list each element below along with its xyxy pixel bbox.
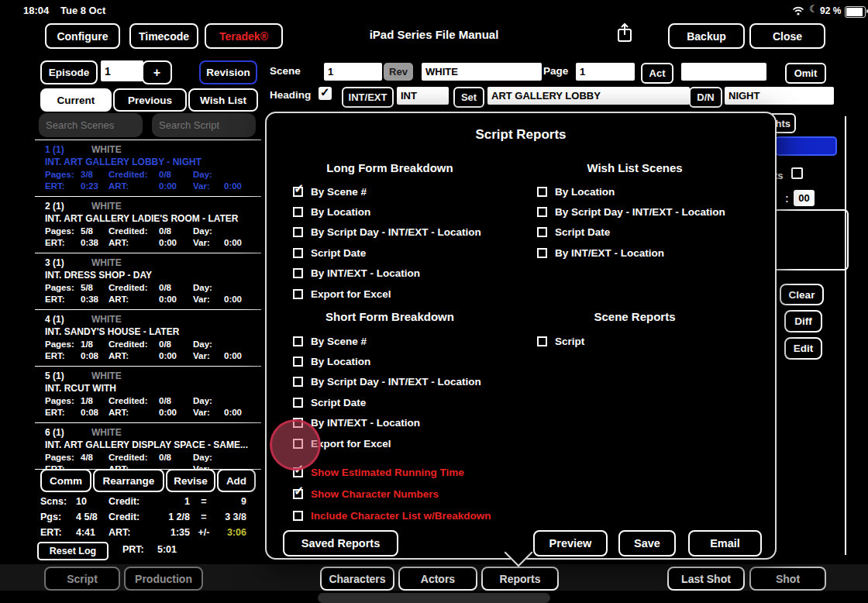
production-tab-button[interactable]: Production: [124, 567, 203, 591]
ert-value: 0:38: [81, 238, 108, 247]
add-scene-button[interactable]: Add: [217, 469, 256, 492]
saved-reports-button[interactable]: Saved Reports: [283, 530, 398, 556]
checkbox[interactable]: [293, 357, 303, 367]
report-option-row[interactable]: Script: [537, 331, 584, 351]
timecode-button[interactable]: Timecode: [129, 23, 198, 49]
day-night-field[interactable]: NIGHT: [725, 87, 834, 105]
report-option-row[interactable]: By Scene #: [293, 181, 481, 202]
report-option-row[interactable]: Export for Excel: [293, 433, 481, 453]
report-option-row[interactable]: By Script Day - INT/EXT - Location: [293, 222, 481, 243]
set-field[interactable]: ART GALLERY LOBBY: [487, 87, 690, 105]
search-scenes-input[interactable]: [39, 113, 143, 137]
revision-button[interactable]: Revision: [199, 60, 257, 84]
comm-button[interactable]: Comm: [40, 469, 91, 492]
configure-button[interactable]: Configure: [45, 23, 120, 49]
checkbox[interactable]: [293, 377, 303, 387]
save-button[interactable]: Save: [618, 530, 676, 556]
report-option-row[interactable]: By Script Day - INT/EXT - Location: [537, 202, 725, 222]
report-option-row[interactable]: Script Date: [537, 222, 725, 243]
report-option-row[interactable]: By INT/EXT - Location: [293, 264, 481, 284]
checkbox[interactable]: [537, 336, 547, 346]
tab-wish-list[interactable]: Wish List: [188, 88, 258, 112]
share-icon[interactable]: [615, 21, 635, 44]
ert-label: ERT:: [45, 408, 81, 417]
edit-button[interactable]: Edit: [784, 337, 822, 360]
right-checkbox[interactable]: [791, 167, 803, 179]
report-setting-row[interactable]: Include Character List w/Breakdown: [293, 505, 491, 526]
checkbox[interactable]: [537, 187, 547, 197]
checkbox[interactable]: [293, 398, 303, 408]
rev-button[interactable]: Rev: [384, 63, 413, 81]
page-number-field[interactable]: 1: [576, 63, 635, 81]
checkbox[interactable]: [293, 511, 303, 521]
scene-list-item[interactable]: 6 (1)WHITE INT. ART GALLERY DISPLAY SPAC…: [35, 423, 261, 470]
search-script-input[interactable]: [152, 113, 256, 137]
int-ext-field[interactable]: INT: [397, 87, 449, 105]
add-episode-button[interactable]: +: [142, 60, 172, 84]
act-field[interactable]: [681, 63, 766, 81]
report-setting-row[interactable]: Show Character Numbers: [293, 483, 491, 505]
checkbox[interactable]: [537, 207, 547, 217]
clear-button[interactable]: Clear: [780, 284, 824, 305]
scene-list-item[interactable]: 2 (1)WHITE INT. ART GALLERY LADIE'S ROOM…: [35, 197, 261, 253]
report-option-row[interactable]: Script Date: [293, 392, 481, 412]
script-tab-button[interactable]: Script: [44, 567, 120, 591]
scene-number-field[interactable]: 1: [324, 63, 382, 81]
scene-list-item[interactable]: 1 (1)WHITE INT. ART GALLERY LOBBY - NIGH…: [35, 140, 261, 197]
email-button[interactable]: Email: [688, 530, 762, 556]
scene-list-item[interactable]: 4 (1)WHITE INT. SANDY'S HOUSE - LATER Pa…: [35, 310, 261, 367]
report-option-row[interactable]: By INT/EXT - Location: [537, 243, 725, 263]
actors-tab-button[interactable]: Actors: [398, 567, 477, 591]
counter-field[interactable]: 00: [794, 190, 815, 206]
rearrange-button[interactable]: Rearrange: [93, 469, 164, 492]
checkbox[interactable]: [537, 248, 547, 258]
report-option-row[interactable]: By Location: [293, 202, 481, 222]
checkbox[interactable]: [293, 289, 303, 299]
episode-button[interactable]: Episode: [40, 60, 98, 84]
report-option-row[interactable]: By Location: [293, 351, 481, 371]
checkbox[interactable]: [293, 187, 303, 197]
checkbox[interactable]: [293, 207, 303, 217]
preview-button[interactable]: Preview: [533, 530, 608, 556]
reset-log-button[interactable]: Reset Log: [37, 542, 108, 560]
day-night-button[interactable]: D/N: [689, 87, 722, 108]
highlighted-blue-field[interactable]: [775, 136, 837, 156]
report-option-row[interactable]: By Scene #: [293, 331, 481, 351]
episode-number-field[interactable]: 1: [101, 60, 143, 81]
checkbox[interactable]: [293, 268, 303, 278]
act-button[interactable]: Act: [641, 63, 673, 84]
checkbox[interactable]: [293, 227, 303, 237]
checkbox[interactable]: [293, 336, 303, 346]
report-option-row[interactable]: Script Date: [293, 243, 481, 263]
report-option-row[interactable]: Export for Excel: [293, 284, 481, 304]
set-button[interactable]: Set: [453, 87, 484, 108]
diff-button[interactable]: Diff: [784, 310, 822, 333]
heading-checkbox[interactable]: [319, 87, 332, 100]
checkbox[interactable]: [293, 489, 303, 499]
checkbox[interactable]: [537, 227, 547, 237]
tab-previous[interactable]: Previous: [113, 88, 187, 112]
var-value: 0:00: [224, 408, 242, 417]
checkbox[interactable]: [293, 248, 303, 258]
shot-button[interactable]: Shot: [749, 567, 826, 591]
scene-list-item[interactable]: 5 (1)WHITE INT. RCUT WITH Pages:1/8Credi…: [35, 367, 261, 423]
reports-tab-button[interactable]: Reports: [481, 567, 559, 591]
report-option-row[interactable]: By Script Day - INT/EXT - Location: [293, 372, 481, 392]
tab-current[interactable]: Current: [40, 88, 112, 112]
report-setting-row[interactable]: Show Estimated Running Time: [293, 461, 491, 483]
last-shot-button[interactable]: Last Shot: [667, 567, 745, 591]
pages-value: 5/8: [81, 283, 108, 292]
backup-button[interactable]: Backup: [668, 23, 745, 49]
revise-button[interactable]: Revise: [166, 469, 215, 492]
omit-button[interactable]: Omit: [785, 63, 826, 84]
scene-number: 5 (1): [45, 370, 91, 381]
report-option-row[interactable]: By Location: [537, 181, 725, 202]
scene-color-field[interactable]: WHITE: [422, 63, 542, 81]
characters-tab-button[interactable]: Characters: [320, 567, 394, 591]
close-button[interactable]: Close: [749, 23, 825, 49]
int-ext-button[interactable]: INT/EXT: [342, 87, 394, 108]
ert-value: 0:08: [81, 351, 108, 360]
long-form-group: By Scene # By Location By Script Day - I…: [293, 181, 481, 304]
report-option-row[interactable]: By INT/EXT - Location: [293, 413, 481, 433]
scene-list-item[interactable]: 3 (1)WHITE INT. DRESS SHOP - DAY Pages:5…: [35, 253, 261, 310]
